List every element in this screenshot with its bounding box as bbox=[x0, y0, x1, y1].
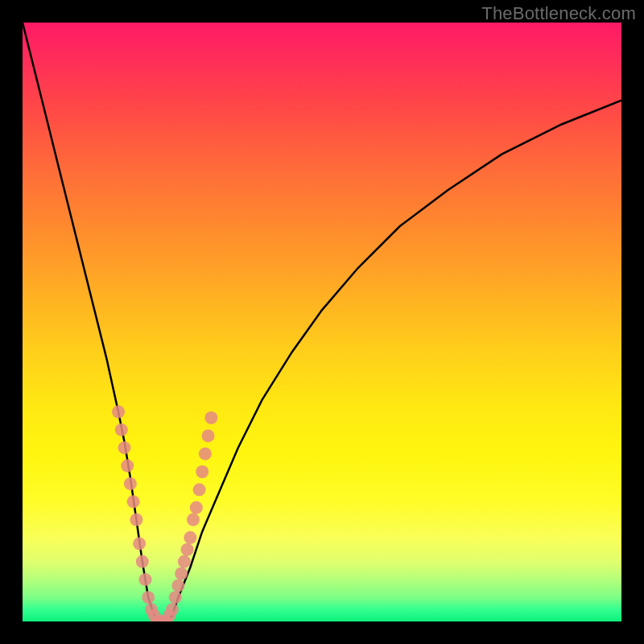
marker-dot bbox=[171, 579, 184, 592]
marker-dot bbox=[190, 502, 203, 514]
marker-dot bbox=[196, 465, 208, 478]
marker-dot bbox=[202, 429, 215, 442]
marker-dot bbox=[127, 495, 140, 508]
marker-dot bbox=[142, 591, 155, 604]
marker-dot bbox=[118, 441, 131, 454]
marker-dot bbox=[187, 514, 200, 526]
marker-dot bbox=[139, 573, 152, 586]
chart-frame: TheBottleneck.com bbox=[0, 0, 644, 644]
marker-dot bbox=[178, 555, 191, 568]
marker-dot bbox=[184, 531, 196, 544]
marker-dot bbox=[124, 477, 137, 490]
marker-dot bbox=[136, 555, 149, 568]
marker-dot bbox=[130, 514, 142, 526]
marker-dot bbox=[175, 568, 188, 580]
bottleneck-curve bbox=[23, 23, 621, 621]
marker-dot bbox=[133, 537, 146, 550]
chart-plot-area bbox=[23, 23, 621, 621]
marker-dot bbox=[181, 543, 194, 556]
marker-dot bbox=[121, 460, 134, 473]
marker-dot bbox=[193, 483, 206, 496]
watermark-text: TheBottleneck.com bbox=[481, 3, 636, 24]
marker-dot bbox=[169, 591, 182, 604]
marker-dot bbox=[115, 423, 128, 436]
marker-dot bbox=[112, 406, 125, 419]
chart-svg bbox=[23, 23, 621, 621]
marker-dot bbox=[204, 411, 217, 424]
marker-dot bbox=[166, 603, 179, 616]
marker-dot bbox=[199, 448, 212, 460]
curve-markers bbox=[112, 406, 217, 621]
